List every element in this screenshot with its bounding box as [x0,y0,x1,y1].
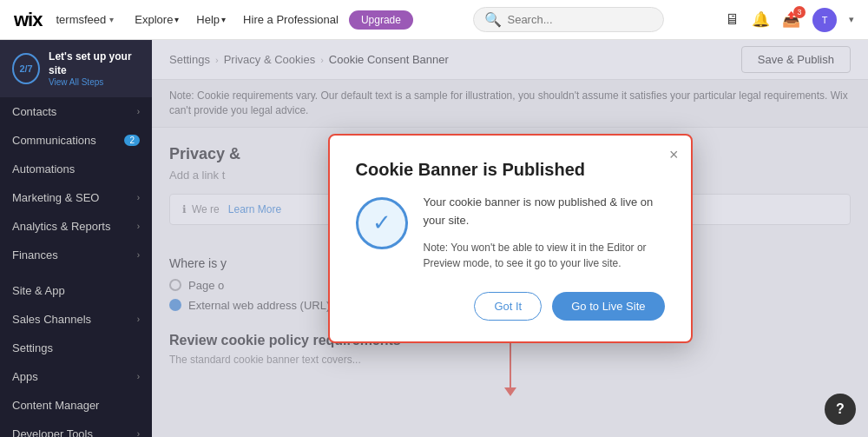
chevron-down-icon: ▾ [174,15,179,24]
sidebar-item-finances[interactable]: Finances › [0,241,152,269]
progress-circle: 2/7 [12,53,40,84]
modal-success-icon: ✓ [356,197,408,249]
modal-dialog: × Cookie Banner is Published ✓ Your cook… [328,134,693,344]
hire-link[interactable]: Hire a Professional [236,10,345,30]
sidebar-item-settings[interactable]: Settings [0,334,152,362]
sidebar-item-analytics[interactable]: Analytics & Reports › [0,212,152,241]
question-mark-icon: ? [836,401,845,417]
nav-links: Explore ▾ Help ▾ Hire a Professional Upg… [128,10,413,30]
view-steps-link[interactable]: View All Steps [49,77,140,87]
chevron-down-icon: ▾ [221,15,226,24]
chevron-right-icon: › [137,250,140,260]
go-to-live-site-button[interactable]: Go to Live Site [552,292,664,321]
nav-icon-group: 🖥 🔔 📤 3 T ▾ [725,8,854,32]
search-bar: 🔍 [427,7,711,32]
device-icon[interactable]: 🖥 [725,11,740,29]
modal-close-button[interactable]: × [669,146,679,164]
site-name-selector[interactable]: termsfeed ▾ [56,13,114,26]
search-input[interactable] [507,13,653,26]
chevron-right-icon: › [137,193,140,202]
chevron-right-icon: › [137,429,140,437]
chevron-right-icon: › [137,222,140,231]
sidebar-item-automations[interactable]: Automations [0,155,152,183]
modal-note: Note: You won't be able to view it in th… [424,240,665,271]
modal-body: ✓ Your cookie banner is now published & … [356,194,665,272]
search-icon: 🔍 [484,11,502,28]
content-area: Settings › Privacy & Cookies › Cookie Co… [152,40,868,437]
sidebar-item-apps[interactable]: Apps › [0,362,152,391]
modal-title: Cookie Banner is Published [356,160,665,180]
sidebar-item-content[interactable]: Content Manager [0,391,152,420]
checkmark-icon: ✓ [372,209,391,236]
setup-title: Let's set up your site [49,50,140,77]
setup-progress[interactable]: 2/7 Let's set up your site View All Step… [0,40,152,97]
share-icon[interactable]: 📤 3 [782,10,800,29]
chevron-right-icon: › [137,315,140,324]
badge-communications: 2 [124,135,140,146]
chevron-down-icon: ▾ [109,15,114,24]
site-name-label: termsfeed [56,13,106,26]
overlay: × Cookie Banner is Published ✓ Your cook… [152,40,868,437]
help-button[interactable]: ? [825,394,856,425]
notifications-badge: 3 [793,6,806,18]
sidebar-item-sales[interactable]: Sales Channels › [0,305,152,334]
help-link[interactable]: Help ▾ [189,10,233,30]
chevron-right-icon: › [137,107,140,116]
chevron-down-icon[interactable]: ▾ [849,14,854,25]
sidebar: 2/7 Let's set up your site View All Step… [0,40,152,437]
sidebar-item-contacts[interactable]: Contacts › [0,97,152,126]
avatar[interactable]: T [812,8,837,32]
upgrade-button[interactable]: Upgrade [349,10,413,30]
explore-link[interactable]: Explore ▾ [128,10,186,30]
wix-logo: wix [14,9,42,31]
sidebar-item-marketing[interactable]: Marketing & SEO › [0,183,152,212]
got-it-button[interactable]: Got It [474,292,542,321]
bell-icon[interactable]: 🔔 [752,10,770,29]
sidebar-item-communications[interactable]: Communications 2 [0,126,152,155]
main-layout: 2/7 Let's set up your site View All Step… [0,40,868,437]
modal-actions: Got It Go to Live Site [356,292,665,321]
sidebar-item-developer[interactable]: Developer Tools › [0,420,152,437]
top-navigation: wix termsfeed ▾ Explore ▾ Help ▾ Hire a … [0,0,868,40]
search-wrap[interactable]: 🔍 [473,7,664,32]
modal-message: Your cookie banner is now published & li… [424,194,665,230]
chevron-right-icon: › [137,372,140,381]
sidebar-item-siteapp[interactable]: Site & App [0,276,152,305]
